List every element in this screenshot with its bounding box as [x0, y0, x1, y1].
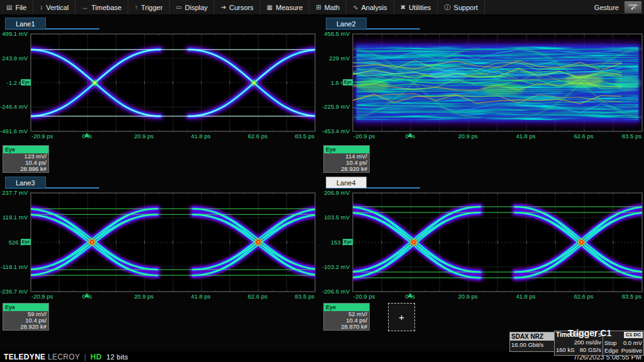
- measure-population: 28.870 k#: [324, 324, 369, 330]
- x-axis-label: 62.6 ps: [574, 293, 593, 300]
- display-icon: ▭: [176, 4, 182, 11]
- undo-button[interactable]: Undo ↶: [624, 1, 642, 14]
- menu-item-cursors[interactable]: ➔Cursors: [214, 0, 260, 14]
- y-axis-label: -491.6 mV: [0, 128, 28, 134]
- menu-item-label: Display: [185, 4, 208, 11]
- plus-icon: +: [399, 312, 404, 322]
- menu-item-label: Cursors: [230, 4, 254, 11]
- trigger-icon: ↑: [135, 4, 138, 11]
- menu-item-label: Measure: [275, 4, 303, 11]
- lane-tab-label: Lane1: [16, 20, 35, 28]
- x-axis-label: 20.9 ps: [134, 293, 153, 300]
- y-axis-label: 206.9 mV: [324, 189, 350, 196]
- lane-tab-label: Lane4: [336, 179, 356, 187]
- eye-measure-box[interactable]: Eye 114 mV/ 10.4 ps/ 28.920 k#: [323, 145, 370, 173]
- menu-item-support[interactable]: ⓘSupport: [438, 0, 485, 14]
- lane-tab-label: Lane2: [336, 20, 356, 28]
- eye-diagram-plot[interactable]: [352, 33, 643, 132]
- eye-diagram-plot[interactable]: [30, 192, 316, 292]
- undo-icon: ↶: [631, 6, 636, 12]
- x-axis-label: 83.5 ps: [622, 293, 641, 300]
- eye-measure-box[interactable]: Eye 123 mV/ 10.4 ps/ 28.996 k#: [3, 145, 49, 173]
- x-axis-label: -20.9 ps: [353, 293, 375, 300]
- menu-item-label: Analysis: [362, 4, 387, 11]
- lane-tab[interactable]: Lane4: [326, 177, 367, 188]
- sda-bitrate: 16.00 Gbit/s: [510, 341, 554, 349]
- brand-teledyne: TELEDYNE: [4, 353, 45, 361]
- x-axis-label: -20.9 ps: [31, 293, 53, 300]
- eye-measure-box[interactable]: Eye 52 mV/ 10.4 ps/ 28.870 k#: [323, 303, 370, 331]
- menu-item-label: Support: [453, 4, 478, 11]
- x-axis-label: 20.9 ps: [134, 133, 153, 140]
- trigger-slope: Positive: [621, 347, 642, 354]
- lane-tab[interactable]: Lane2: [326, 18, 367, 29]
- trigger-type: Edge: [604, 347, 618, 354]
- y-axis-label: -118.1 mV: [1, 263, 28, 270]
- measure-icon: ▦: [267, 4, 272, 11]
- lane-tab[interactable]: Lane3: [5, 177, 46, 188]
- x-axis-label: 41.8 ps: [516, 133, 535, 140]
- eye-diagram-canvas: [31, 34, 315, 131]
- menu-item-display[interactable]: ▭Display: [170, 0, 215, 14]
- trigger-position-marker[interactable]: [84, 293, 89, 297]
- y-axis-label: 103.5 mV: [324, 214, 350, 221]
- eye-measure-box[interactable]: Eye 59 mV/ 10.4 ps/ 28.920 k#: [3, 303, 49, 331]
- y-axis-label: -236.7 mV: [0, 288, 28, 295]
- trigger-level: 0.0 mV: [623, 339, 642, 347]
- menu-item-label: Vertical: [46, 4, 69, 11]
- x-axis-label: 20.9 ps: [458, 293, 477, 300]
- lane-panel: Lane1 489.1 mV 243.9 mV -1.2 mV -246.4 m…: [0, 16, 323, 175]
- trigger-position-marker[interactable]: [408, 133, 413, 137]
- timebase-scale: 200 ns/div: [574, 339, 601, 346]
- menu-item-measure[interactable]: ▦Measure: [260, 0, 309, 14]
- x-axis-label: 83.5 ps: [622, 133, 641, 140]
- x-axis-label: 41.8 ps: [191, 133, 211, 140]
- cursors-icon: ➔: [221, 4, 226, 11]
- menu-item-file[interactable]: ▤File: [0, 0, 33, 14]
- x-axis-label: 83.5 ps: [295, 133, 314, 140]
- menu-item-utilities[interactable]: ✖Utilities: [394, 0, 438, 14]
- y-axis-label: 119.1 mV: [3, 214, 28, 221]
- y-axis-label: -453.4 mV: [322, 128, 350, 134]
- eye-diagram-canvas: [353, 193, 642, 292]
- y-axis-label: 489.1 mV: [2, 30, 28, 37]
- measure-population: 28.920 k#: [3, 324, 48, 330]
- y-axis-label: -103.2 mV: [322, 263, 350, 270]
- sda-descriptor-box[interactable]: SDAX NRZ 16.00 Gbit/s: [509, 332, 555, 352]
- lane-panel: Lane2 456.5 mV 229 mV 1.6 mV -225.9 mV -…: [321, 16, 644, 175]
- eye-diagram-plot[interactable]: [352, 192, 643, 292]
- menu-item-vertical[interactable]: ↕Vertical: [33, 0, 75, 14]
- menu-item-trigger[interactable]: ↑Trigger: [128, 0, 169, 14]
- lane-tab[interactable]: Lane1: [5, 18, 46, 29]
- menu-item-label: Trigger: [141, 4, 162, 11]
- eye-diagram-canvas: [31, 193, 315, 292]
- menu-item-analysis[interactable]: ∿Analysis: [347, 0, 394, 14]
- y-axis-label: -225.9 mV: [322, 103, 350, 110]
- eye-diagram-canvas: [353, 34, 642, 131]
- lane-panel: Lane3 237.7 mV 119.1 mV 526 µV -118.1 mV…: [0, 175, 323, 335]
- x-axis-label: 41.8 ps: [516, 293, 535, 300]
- sda-descriptor-title: SDAX NRZ: [510, 332, 554, 341]
- menu-items: ▤File↕Vertical↔Timebase↑Trigger▭Display➔…: [0, 0, 485, 14]
- trigger-position-marker[interactable]: [408, 293, 413, 297]
- menu-bar: ▤File↕Vertical↔Timebase↑Trigger▭Display➔…: [0, 0, 644, 16]
- timebase-icon: ↔: [82, 4, 88, 11]
- menu-item-math[interactable]: ⊞Math: [309, 0, 347, 14]
- x-axis-label: -20.9 ps: [31, 133, 53, 140]
- x-axis-label: 62.6 ps: [248, 293, 267, 300]
- utilities-icon: ✖: [401, 4, 406, 11]
- measure-population: 28.996 k#: [3, 166, 48, 172]
- eye-diagram-plot[interactable]: [30, 33, 316, 132]
- menu-item-timebase[interactable]: ↔Timebase: [75, 0, 128, 14]
- vertical-icon: ↕: [40, 4, 43, 11]
- trigger-position-marker[interactable]: [84, 133, 89, 137]
- bottom-bar: TELEDYNE LECROY | HD 12 bits 7/26/2023 5…: [0, 351, 644, 362]
- y-axis-label: -246.4 mV: [0, 103, 28, 110]
- add-measurement-box[interactable]: +: [388, 303, 415, 331]
- eye-trace-badge: Eye: [21, 79, 31, 85]
- trigger-overlay-label: Trigger C1: [568, 328, 611, 338]
- x-axis-label: 41.8 ps: [191, 293, 211, 300]
- hd-mode-label: HD: [91, 353, 102, 361]
- x-axis-label: 20.9 ps: [458, 133, 477, 140]
- menu-item-label: Math: [325, 4, 340, 11]
